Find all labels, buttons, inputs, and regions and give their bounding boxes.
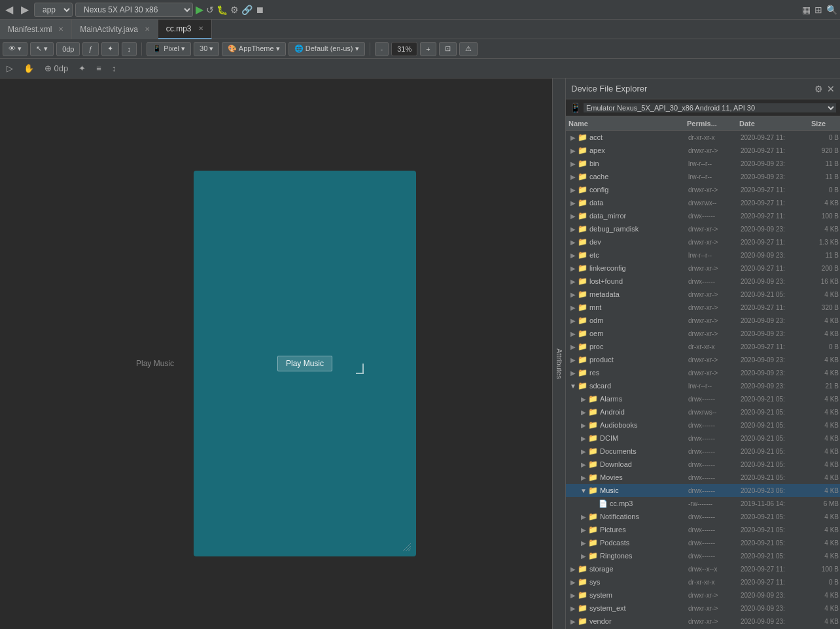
- play-music-button[interactable]: Play Music: [277, 356, 332, 371]
- tree-arrow[interactable]: ▶: [569, 173, 578, 180]
- tree-arrow[interactable]: ▶: [569, 147, 578, 154]
- magic-button[interactable]: ✦: [75, 62, 90, 75]
- tree-arrow[interactable]: ▶: [579, 409, 588, 416]
- search-icon[interactable]: 🔍: [826, 5, 837, 15]
- tree-row-acct[interactable]: ▶ 📁 acct dr-xr-xr-x 2020-09-27 11: 0 B: [566, 131, 840, 144]
- tree-arrow[interactable]: ▶: [569, 343, 578, 350]
- api-dropdown[interactable]: 30 ▾: [194, 42, 219, 56]
- dfe-settings-button[interactable]: ⚙: [814, 84, 823, 94]
- tab-ccmp3[interactable]: cc.mp3 ✕: [158, 20, 212, 39]
- dfe-device-select[interactable]: Emulator Nexus_5X_API_30_x86 Android 11,…: [584, 103, 836, 112]
- tree-row-product[interactable]: ▶ 📁 product drwxr-xr-> 2020-09-09 23: 4 …: [566, 353, 840, 366]
- sync-button[interactable]: ↺: [206, 5, 214, 15]
- app-dropdown[interactable]: app: [34, 3, 73, 17]
- device-dropdown[interactable]: Nexus 5X API 30 x86: [75, 3, 193, 17]
- odp-button[interactable]: 0dp: [56, 42, 80, 56]
- back-button[interactable]: ◀: [3, 2, 16, 17]
- tree-arrow[interactable]: ▶: [569, 566, 578, 573]
- tree-row-apex[interactable]: ▶ 📁 apex drwxr-xr-> 2020-09-27 11: 920 B: [566, 144, 840, 157]
- wand-button[interactable]: ✦: [101, 42, 119, 56]
- tree-arrow[interactable]: ▶: [579, 526, 588, 534]
- tree-row-Ringtones[interactable]: ▶ 📁 Ringtones drwx------ 2020-09-21 05: …: [566, 549, 840, 562]
- layout-icon[interactable]: ▦: [802, 5, 811, 15]
- tree-row-system[interactable]: ▶ 📁 system drwxr-xr-> 2020-09-09 23: 4 K…: [566, 588, 840, 602]
- dfe-close-button[interactable]: ✕: [827, 84, 835, 94]
- tree-row-metadata[interactable]: ▶ 📁 metadata drwxr-xr-> 2020-09-21 05: 4…: [566, 288, 840, 301]
- tree-arrow[interactable]: ▶: [579, 396, 588, 403]
- tree-arrow[interactable]: ▶: [569, 592, 578, 599]
- tree-arrow[interactable]: ▶: [569, 369, 578, 377]
- tree-row-etc[interactable]: ▶ 📁 etc lrw-r--r-- 2020-09-09 23: 11 B: [566, 248, 840, 262]
- tree-arrow[interactable]: ▶: [569, 186, 578, 194]
- forward-button[interactable]: ▶: [18, 2, 31, 17]
- tab-mainactivity[interactable]: MainActivity.java ✕: [72, 20, 158, 39]
- tree-row-data[interactable]: ▶ 📁 data drwxrwx-- 2020-09-27 11: 4 KB: [566, 196, 840, 209]
- tree-arrow[interactable]: ▶: [579, 513, 588, 520]
- tree-row-Download[interactable]: ▶ 📁 Download drwx------ 2020-09-21 05: 4…: [566, 458, 840, 471]
- debug-button[interactable]: 🐛: [217, 5, 228, 15]
- tree-row-Android[interactable]: ▶ 📁 Android drwxrws-- 2020-09-21 05: 4 K…: [566, 405, 840, 418]
- tree-arrow[interactable]: ▼: [579, 487, 588, 494]
- run-button[interactable]: ▶: [196, 3, 203, 16]
- tree-arrow[interactable]: ▶: [569, 605, 578, 612]
- tree-row-vendor[interactable]: ▶ 📁 vendor drwxr-xr-> 2020-09-09 23: 4 K…: [566, 615, 840, 628]
- pixel-dropdown[interactable]: 📱 Pixel ▾: [147, 42, 191, 56]
- tree-row-Music[interactable]: ▼ 📁 Music drwx------ 2020-09-23 06: 4 KB: [566, 484, 840, 497]
- tree-row-Podcasts[interactable]: ▶ 📁 Podcasts drwx------ 2020-09-21 05: 4…: [566, 536, 840, 549]
- tree-row-proc[interactable]: ▶ 📁 proc dr-xr-xr-x 2020-09-27 11: 0 B: [566, 340, 840, 353]
- tree-arrow[interactable]: ▶: [579, 461, 588, 468]
- tree-row-res[interactable]: ▶ 📁 res drwxr-xr-> 2020-09-09 23: 4 KB: [566, 366, 840, 379]
- tree-row-Alarms[interactable]: ▶ 📁 Alarms drwx------ 2020-09-21 05: 4 K…: [566, 392, 840, 405]
- tree-row-Documents[interactable]: ▶ 📁 Documents drwx------ 2020-09-21 05: …: [566, 445, 840, 458]
- tab-manifest-close[interactable]: ✕: [58, 26, 63, 33]
- tree-arrow[interactable]: ▶: [569, 579, 578, 586]
- tree-row-Movies[interactable]: ▶ 📁 Movies drwx------ 2020-09-21 05: 4 K…: [566, 471, 840, 484]
- tree-row-oem[interactable]: ▶ 📁 oem drwxr-xr-> 2020-09-09 23: 4 KB: [566, 327, 840, 340]
- tree-arrow[interactable]: ▶: [569, 304, 578, 311]
- tree-arrow[interactable]: ▶: [569, 199, 578, 207]
- tree-arrow[interactable]: ▶: [579, 448, 588, 455]
- tree-row-odm[interactable]: ▶ 📁 odm drwxr-xr-> 2020-09-09 23: 4 KB: [566, 314, 840, 327]
- guidelines-button[interactable]: ↕: [108, 62, 120, 75]
- tree-arrow[interactable]: ▶: [569, 291, 578, 298]
- select-button[interactable]: ▷: [3, 62, 17, 75]
- tree-row-bin[interactable]: ▶ 📁 bin lrw-r--r-- 2020-09-09 23: 11 B: [566, 157, 840, 170]
- zoom-in-button[interactable]: +: [420, 42, 436, 56]
- attributes-sidebar[interactable]: Attributes: [552, 78, 565, 629]
- tree-arrow[interactable]: ▶: [579, 435, 588, 442]
- tree-row-debug-ramdisk[interactable]: ▶ 📁 debug_ramdisk drwxr-xr-> 2020-09-09 …: [566, 222, 840, 235]
- tree-row-linkerconfig[interactable]: ▶ 📁 linkerconfig drwxr-xr-> 2020-09-27 1…: [566, 262, 840, 275]
- tree-row-dev[interactable]: ▶ 📁 dev drwxr-xr-> 2020-09-27 11: 1.3 KB: [566, 235, 840, 248]
- tree-row-mnt[interactable]: ▶ 📁 mnt drwxr-xr-> 2020-09-27 11: 320 B: [566, 301, 840, 314]
- tree-arrow[interactable]: ▶: [569, 252, 578, 259]
- hand-button[interactable]: ✋: [20, 62, 38, 75]
- tree-arrow[interactable]: ▶: [569, 356, 578, 364]
- zoom-fit-button[interactable]: ⊡: [439, 42, 457, 56]
- tree-row-cache[interactable]: ▶ 📁 cache lrw-r--r-- 2020-09-09 23: 11 B: [566, 170, 840, 183]
- tree-arrow[interactable]: ▶: [569, 226, 578, 233]
- tree-arrow[interactable]: ▼: [569, 382, 578, 390]
- tab-manifest[interactable]: Manifest.xml ✕: [0, 20, 72, 39]
- tree-row-lost-found[interactable]: ▶ 📁 lost+found drwx------ 2020-09-09 23:…: [566, 275, 840, 288]
- tree-row-DCIM[interactable]: ▶ 📁 DCIM drwx------ 2020-09-21 05: 4 KB: [566, 432, 840, 445]
- tree-arrow[interactable]: ▶: [579, 474, 588, 481]
- tree-row-Pictures[interactable]: ▶ 📁 Pictures drwx------ 2020-09-21 05: 4…: [566, 523, 840, 536]
- view-mode-button[interactable]: 👁 ▾: [3, 42, 27, 56]
- tree-row-sys[interactable]: ▶ 📁 sys dr-xr-xr-x 2020-09-27 11: 0 B: [566, 575, 840, 588]
- tree-arrow[interactable]: ▶: [569, 317, 578, 324]
- tree-arrow[interactable]: ▶: [579, 539, 588, 547]
- tree-arrow[interactable]: ▶: [569, 160, 578, 167]
- cursor-button[interactable]: ↖ ▾: [30, 42, 54, 56]
- warning-button[interactable]: ⚠: [459, 42, 478, 56]
- stop-button[interactable]: ⏹: [255, 5, 264, 15]
- apptheme-dropdown[interactable]: 🎨 AppTheme ▾: [222, 42, 285, 56]
- tree-arrow[interactable]: ▶: [569, 212, 578, 220]
- tree-arrow[interactable]: ▶: [569, 239, 578, 246]
- profile-button[interactable]: ⚙: [230, 5, 239, 15]
- constraint-button[interactable]: ⊕ 0dp: [41, 62, 72, 75]
- tree-row-sdcard[interactable]: ▼ 📁 sdcard lrw-r--r-- 2020-09-09 23: 21 …: [566, 379, 840, 392]
- formula-button[interactable]: ƒ: [82, 42, 98, 56]
- tree-arrow[interactable]: ▶: [569, 330, 578, 337]
- tree-row-config[interactable]: ▶ 📁 config drwxr-xr-> 2020-09-27 11: 0 B: [566, 183, 840, 196]
- zoom-out-button[interactable]: -: [375, 42, 389, 56]
